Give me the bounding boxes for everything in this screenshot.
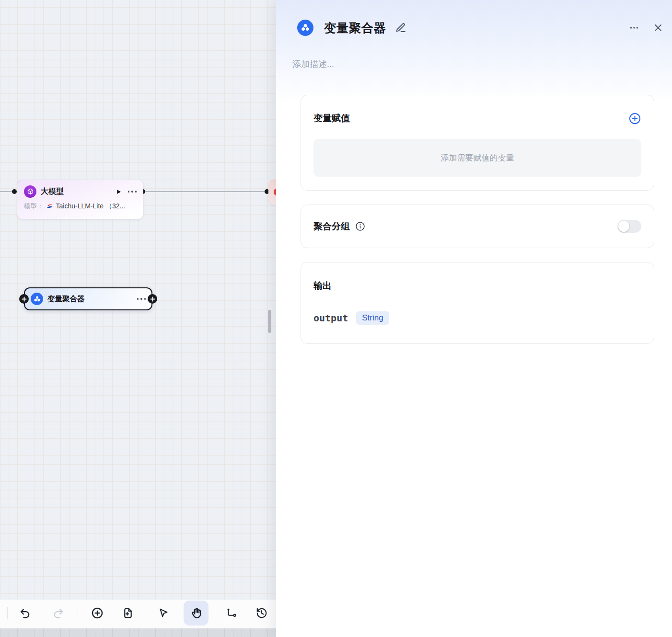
- ellipsis-icon: [629, 23, 639, 33]
- empty-variables-placeholder: 添加需要赋值的变量: [441, 152, 514, 163]
- redo-button[interactable]: [48, 603, 69, 624]
- node-llm-title: 大模型: [41, 187, 64, 197]
- node-run-button[interactable]: [114, 186, 124, 197]
- workflow-canvas[interactable]: 大模型 模型： Taichu-LLM-Lite （32...: [0, 0, 276, 637]
- info-icon: [355, 221, 366, 232]
- pencil-icon: [395, 22, 406, 34]
- group-info-button[interactable]: [355, 221, 366, 232]
- model-label: 模型：: [24, 202, 44, 211]
- node-llm-menu-icon[interactable]: [128, 191, 137, 193]
- node-llm[interactable]: 大模型 模型： Taichu-LLM-Lite （32...: [17, 180, 143, 219]
- canvas-bottom-scroll-strip[interactable]: [0, 628, 276, 637]
- node-aggregator-menu-icon[interactable]: [137, 298, 146, 300]
- card-variable-assignment: 变量赋值 添加需要赋值的变量: [301, 95, 654, 191]
- panel-header: 变量聚合器: [297, 19, 665, 36]
- close-icon: [653, 23, 663, 33]
- taichu-logo-icon: [46, 203, 54, 210]
- redo-icon: [52, 607, 65, 619]
- add-variable-button[interactable]: [628, 112, 641, 125]
- toolbar-divider: [214, 607, 214, 619]
- card-output-title: 输出: [313, 281, 332, 291]
- hand-icon: [190, 607, 203, 620]
- workflow-editor: 大模型 模型： Taichu-LLM-Lite （32...: [0, 0, 672, 637]
- undo-icon: [19, 607, 31, 619]
- history-button[interactable]: [251, 603, 272, 624]
- plus-icon: [22, 296, 27, 302]
- add-note-button[interactable]: [117, 603, 139, 624]
- card-assign-title: 变量赋值: [313, 112, 350, 125]
- empty-variables-dropzone[interactable]: 添加需要赋值的变量: [313, 139, 641, 177]
- model-value: Taichu-LLM-Lite （32...: [46, 202, 126, 211]
- plus-circle-icon: [628, 112, 641, 125]
- route-tool-button[interactable]: [221, 603, 242, 624]
- plus-icon: [150, 296, 155, 302]
- node-config-panel: 变量聚合器: [276, 0, 672, 637]
- panel-title: 变量聚合器: [324, 20, 386, 36]
- undo-button[interactable]: [14, 603, 35, 624]
- edge-dot-llm-input[interactable]: [12, 189, 17, 194]
- panel-close-button[interactable]: [651, 21, 665, 35]
- zoom-in-icon: [91, 606, 104, 620]
- node-aggregator-title: 变量聚合器: [47, 294, 85, 304]
- play-icon: [116, 189, 122, 195]
- card-group-title: 聚合分组: [313, 220, 350, 233]
- description-input[interactable]: [292, 59, 580, 69]
- toggle-knob: [618, 221, 629, 232]
- select-tool-button[interactable]: [153, 603, 174, 624]
- pan-tool-button[interactable]: [184, 601, 209, 626]
- port-add-output[interactable]: [148, 294, 157, 304]
- card-output: 输出 output String: [301, 262, 654, 344]
- output-field-name: output: [313, 312, 348, 324]
- toolbar-divider: [7, 607, 8, 619]
- zoom-in-button[interactable]: [87, 603, 108, 624]
- llm-cube-icon: [24, 185, 36, 198]
- panel-header-gradient: [276, 0, 672, 103]
- output-type-badge: String: [356, 311, 389, 325]
- edge-llm-to-end: [143, 191, 267, 192]
- port-add-input[interactable]: [19, 294, 29, 304]
- history-icon: [255, 607, 268, 619]
- cursor-icon: [157, 607, 170, 619]
- card-aggregation-group: 聚合分组: [301, 205, 654, 248]
- node-end-partial[interactable]: [268, 179, 277, 205]
- node-aggregator[interactable]: 变量聚合器: [24, 287, 152, 310]
- panel-node-icon: [297, 20, 313, 36]
- toolbar-divider: [146, 607, 146, 619]
- edit-title-button[interactable]: [395, 22, 406, 34]
- aggregator-icon: [31, 293, 43, 305]
- toolbar-divider: [78, 607, 78, 619]
- route-connector-icon: [225, 607, 238, 619]
- canvas-scrollbar[interactable]: [268, 310, 271, 333]
- add-note-icon: [122, 607, 134, 619]
- panel-more-button[interactable]: [627, 21, 641, 35]
- group-toggle[interactable]: [617, 220, 641, 233]
